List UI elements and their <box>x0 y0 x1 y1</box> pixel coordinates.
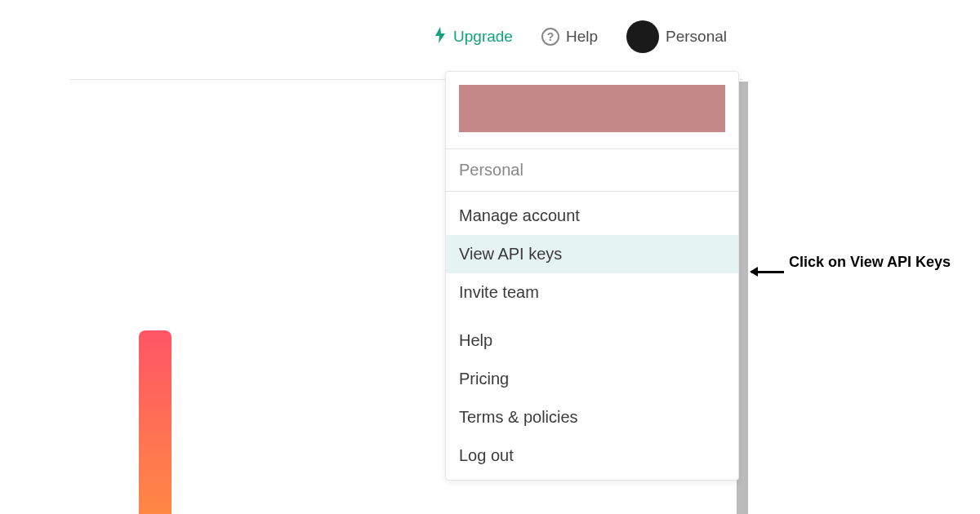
question-icon: ? <box>541 28 559 46</box>
org-label: Personal <box>446 149 738 191</box>
lightning-icon <box>434 27 447 47</box>
menu-item-pricing[interactable]: Pricing <box>446 360 738 398</box>
account-button[interactable]: Personal <box>626 20 727 53</box>
menu-section-account: Manage account View API keys Invite team <box>446 192 738 317</box>
account-label: Personal <box>666 28 727 46</box>
annotation-arrow <box>751 271 784 273</box>
menu-item-invite-team[interactable]: Invite team <box>446 273 738 312</box>
menu-item-logout[interactable]: Log out <box>446 436 738 475</box>
menu-section-support: Help Pricing Terms & policies Log out <box>446 317 738 480</box>
help-button[interactable]: ? Help <box>541 28 598 46</box>
redacted-user-info <box>459 85 725 132</box>
menu-item-terms[interactable]: Terms & policies <box>446 398 738 436</box>
menu-item-view-api-keys[interactable]: View API keys <box>446 235 738 273</box>
upgrade-label: Upgrade <box>453 28 513 46</box>
annotation-label: Click on View API Keys <box>784 253 956 272</box>
avatar <box>626 20 659 53</box>
menu-item-manage-account[interactable]: Manage account <box>446 197 738 235</box>
account-dropdown: Personal Manage account View API keys In… <box>445 71 739 481</box>
help-label: Help <box>566 28 598 46</box>
menu-item-help[interactable]: Help <box>446 321 738 360</box>
gradient-decoration <box>139 330 172 514</box>
upgrade-button[interactable]: Upgrade <box>434 27 513 47</box>
top-nav: Upgrade ? Help Personal <box>0 20 980 53</box>
arrow-icon <box>751 271 784 273</box>
